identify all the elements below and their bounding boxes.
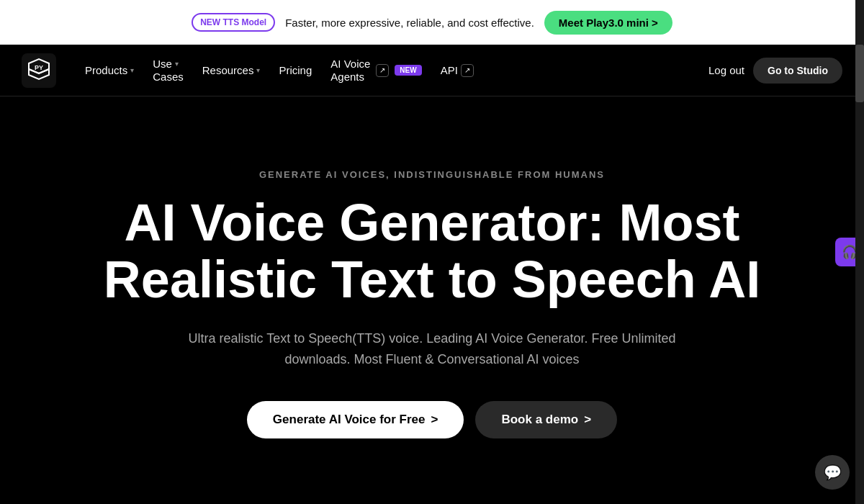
ai-agents-ext-icon: ↗ <box>376 64 389 77</box>
logout-link[interactable]: Log out <box>708 64 744 76</box>
page-scrollbar[interactable] <box>855 0 864 504</box>
hero-subtitle: Ultra realistic Text to Speech(TTS) voic… <box>187 328 677 370</box>
nav-item-resources[interactable]: Resources ▾ <box>195 58 268 82</box>
meet-play-button[interactable]: Meet Play3.0 mini > <box>544 11 672 35</box>
scrollbar-thumb[interactable] <box>855 45 864 102</box>
book-demo-button[interactable]: Book a demo > <box>475 401 617 438</box>
announcement-bar: NEW TTS Model Faster, more expressive, r… <box>0 0 864 45</box>
svg-text:PY: PY <box>35 64 43 71</box>
announcement-text: Faster, more expressive, reliable, and c… <box>285 17 534 29</box>
api-ext-icon: ↗ <box>461 64 474 77</box>
nav-item-use-cases[interactable]: Use ▾ Cases <box>145 52 191 89</box>
nav-item-api[interactable]: API ↗ <box>433 58 481 83</box>
new-tts-badge: NEW TTS Model <box>192 13 275 32</box>
navbar: PY Products ▾ Use ▾ Cases Resources ▾ Pr… <box>0 45 864 96</box>
nav-item-pricing[interactable]: Pricing <box>271 58 319 82</box>
nav-item-products[interactable]: Products ▾ <box>78 58 141 82</box>
resources-arrow-icon: ▾ <box>256 66 260 74</box>
products-arrow-icon: ▾ <box>130 66 134 74</box>
nav-right: Log out Go to Studio <box>708 58 842 84</box>
logo[interactable]: PY <box>22 53 56 88</box>
nav-item-ai-voice-agents[interactable]: AI VoiceAgents ↗ NEW <box>323 52 428 89</box>
use-cases-arrow-icon: ▾ <box>175 60 179 68</box>
generate-voice-button[interactable]: Generate AI Voice for Free > <box>247 401 464 438</box>
hero-section: GENERATE AI VOICES, INDISTINGUISHABLE FR… <box>0 96 864 504</box>
chat-icon: 💬 <box>824 464 842 481</box>
go-to-studio-button[interactable]: Go to Studio <box>753 58 842 84</box>
nav-items: Products ▾ Use ▾ Cases Resources ▾ Prici… <box>78 52 708 89</box>
hero-eyebrow: GENERATE AI VOICES, INDISTINGUISHABLE FR… <box>259 169 605 180</box>
hero-title: AI Voice Generator: Most Realistic Text … <box>90 194 774 308</box>
hero-buttons: Generate AI Voice for Free > Book a demo… <box>247 401 617 438</box>
chat-widget-button[interactable]: 💬 <box>815 455 850 490</box>
new-badge: NEW <box>395 65 421 76</box>
